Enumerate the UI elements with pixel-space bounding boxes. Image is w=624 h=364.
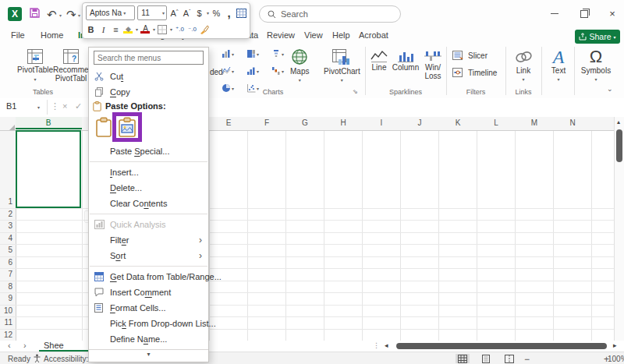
- format-painter-icon[interactable]: [200, 25, 210, 34]
- save-icon[interactable]: [29, 7, 41, 19]
- borders-lines-icon[interactable]: ≡: [111, 25, 121, 34]
- decrease-font-icon[interactable]: Aˇ: [182, 9, 192, 18]
- timeline-button[interactable]: Timeline: [452, 68, 497, 78]
- sparkline-winloss-button[interactable]: Win/Loss: [421, 49, 445, 80]
- decrease-decimal-icon[interactable]: ⁻.0: [187, 26, 197, 33]
- splitter-dots-icon[interactable]: ⋮: [373, 341, 380, 349]
- undo-button[interactable]: ↶: [47, 8, 57, 22]
- insert-funnel-chart-button[interactable]: ▾: [271, 49, 284, 58]
- row-header-3[interactable]: 3: [0, 221, 12, 230]
- menu-item-get-data-from-table-range[interactable]: Get Data from Table/Range...: [89, 269, 208, 284]
- menu-item-delete[interactable]: Delete...: [89, 180, 208, 196]
- link-button[interactable]: Link ▾: [510, 49, 537, 83]
- menu-item-copy[interactable]: Copy: [89, 84, 208, 100]
- row-header-5[interactable]: 5: [0, 246, 12, 254]
- row-header-10[interactable]: 10: [0, 306, 12, 315]
- zoom-level[interactable]: 100%: [608, 355, 624, 363]
- collapse-ribbon-icon[interactable]: ⌄: [607, 85, 613, 93]
- cancel-entry-icon[interactable]: ×: [62, 101, 67, 111]
- column-header-E[interactable]: E: [217, 118, 240, 127]
- undo-caret-icon[interactable]: ▾: [59, 12, 62, 18]
- name-box-caret-icon[interactable]: ▾: [37, 104, 40, 110]
- menu-item-filter[interactable]: Filter›: [89, 232, 208, 248]
- menu-item-define-name[interactable]: Define Name...: [89, 331, 208, 347]
- column-header-M[interactable]: M: [523, 118, 546, 127]
- row-header-8[interactable]: 8: [0, 282, 12, 291]
- bold-button[interactable]: B: [86, 25, 96, 34]
- page-break-preview-button[interactable]: [502, 354, 516, 363]
- maps-button[interactable]: Maps ▾: [290, 48, 309, 83]
- chevron-down-icon[interactable]: ▾: [153, 27, 155, 32]
- menu-scroll-more-button[interactable]: ▾: [89, 349, 208, 359]
- sheet-tab[interactable]: Shee: [39, 341, 88, 352]
- row-header-1[interactable]: 1: [0, 197, 12, 206]
- insert-pie-chart-button[interactable]: ▾: [222, 83, 234, 93]
- column-header-I[interactable]: I: [370, 118, 393, 127]
- column-header-L[interactable]: L: [484, 118, 508, 127]
- insert-line-chart-button[interactable]: ▾: [222, 66, 234, 76]
- tab-acrobat[interactable]: Acrobat: [357, 28, 390, 44]
- paste-picture-button[interactable]: [118, 117, 136, 137]
- redo-caret-icon[interactable]: ▾: [78, 12, 80, 18]
- confirm-entry-icon[interactable]: ✓: [75, 101, 82, 111]
- column-header-N[interactable]: N: [561, 118, 584, 127]
- scroll-left-icon[interactable]: ◂: [385, 341, 388, 349]
- normal-view-button[interactable]: [456, 354, 470, 363]
- insert-statistic-chart-button[interactable]: ▾: [246, 66, 259, 76]
- column-header-G[interactable]: G: [293, 118, 317, 127]
- comma-style-icon[interactable]: ,: [224, 9, 234, 17]
- column-header-K[interactable]: K: [446, 118, 470, 127]
- fill-color-icon[interactable]: ◆: [123, 25, 133, 34]
- column-header-B[interactable]: B: [37, 118, 60, 127]
- column-header-H[interactable]: H: [332, 118, 355, 127]
- search-box[interactable]: Search: [259, 5, 401, 23]
- next-sheet-icon[interactable]: ›: [23, 341, 27, 350]
- restore-button[interactable]: [576, 6, 593, 22]
- chevron-down-icon[interactable]: ▾: [136, 27, 138, 32]
- increase-decimal-icon[interactable]: ⁺.0: [175, 26, 185, 33]
- slicer-button[interactable]: Slicer: [452, 51, 488, 61]
- text-button[interactable]: A Text ▾: [546, 48, 571, 83]
- insert-hierarchy-chart-button[interactable]: ▾: [246, 49, 259, 58]
- sparkline-column-button[interactable]: Column: [392, 49, 420, 72]
- increase-font-icon[interactable]: A^: [169, 9, 179, 18]
- page-layout-view-button[interactable]: [479, 354, 493, 363]
- accounting-format-icon[interactable]: $: [194, 9, 204, 18]
- insert-waterfall-chart-button[interactable]: ▾: [271, 66, 284, 76]
- close-button[interactable]: ×: [604, 8, 621, 23]
- recommended-pivottables-button[interactable]: ? RecommenPivotTabl: [53, 48, 89, 83]
- chevron-down-icon[interactable]: ▾: [207, 10, 209, 16]
- vertical-scroll-thumb[interactable]: [616, 129, 622, 162]
- row-header-11[interactable]: 11: [0, 318, 12, 327]
- drag-dots-icon[interactable]: ⋮: [51, 101, 59, 111]
- select-all-corner[interactable]: [9, 125, 15, 130]
- column-header-F[interactable]: F: [255, 118, 278, 127]
- row-header-9[interactable]: 9: [0, 294, 12, 302]
- menu-item-paste-special[interactable]: Paste Special...: [89, 143, 208, 159]
- menu-item-insert[interactable]: Insert...: [89, 164, 208, 180]
- row-header-12[interactable]: 12: [0, 330, 12, 339]
- percent-style-icon[interactable]: %: [211, 9, 222, 18]
- scroll-right-icon[interactable]: ▸: [613, 341, 617, 349]
- menu-search-input[interactable]: [94, 51, 204, 65]
- selected-cell-B1[interactable]: [16, 130, 81, 208]
- prev-sheet-icon[interactable]: ‹: [8, 341, 11, 350]
- row-header-2[interactable]: 2: [0, 210, 12, 218]
- tab-help[interactable]: Help: [331, 28, 352, 44]
- font-size-select[interactable]: 11▾: [137, 5, 167, 20]
- chevron-down-icon[interactable]: ▾: [170, 27, 172, 32]
- zoom-out-icon[interactable]: −: [524, 354, 530, 364]
- borders-icon[interactable]: [158, 25, 168, 34]
- tab-file[interactable]: File: [9, 28, 27, 44]
- horizontal-scroll-thumb[interactable]: [396, 343, 607, 349]
- accessibility-status[interactable]: Accessibility:: [44, 355, 88, 363]
- paste-button[interactable]: [95, 117, 112, 137]
- menu-item-insert-comment[interactable]: Insert Comment: [89, 284, 208, 300]
- pivotchart-button[interactable]: PivotChart ▾: [324, 48, 360, 83]
- tab-view[interactable]: View: [303, 28, 324, 44]
- minimize-button[interactable]: [546, 6, 563, 22]
- name-box[interactable]: B1: [6, 101, 16, 111]
- insert-column-chart-button[interactable]: ▾: [222, 49, 234, 58]
- column-header-J[interactable]: J: [408, 118, 431, 127]
- row-header-6[interactable]: 6: [0, 258, 12, 267]
